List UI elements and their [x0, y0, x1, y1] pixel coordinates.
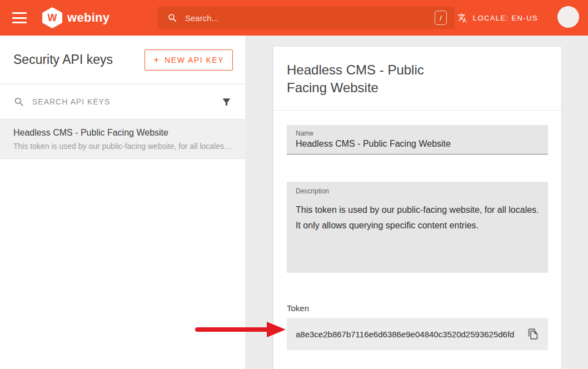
plus-icon: +	[153, 54, 159, 66]
filter-icon[interactable]	[221, 97, 232, 107]
name-field-label: Name	[296, 129, 539, 137]
search-icon	[167, 13, 178, 23]
locale-label: LOCALE: EN-US	[473, 14, 538, 22]
description-textarea[interactable]: This token is used by our public-facing …	[296, 202, 539, 233]
locale-selector[interactable]: LOCALE: EN-US	[457, 0, 538, 36]
copy-token-button[interactable]	[526, 326, 540, 342]
name-input[interactable]	[296, 139, 539, 149]
detail-form: Name Description This token is used by o…	[273, 111, 561, 365]
api-key-list-item[interactable]: Headless CMS - Public Facing Website Thi…	[0, 119, 245, 159]
api-keys-search	[0, 84, 245, 119]
slash-shortcut-badge: /	[435, 11, 447, 25]
translate-icon	[457, 13, 468, 23]
description-field-label: Description	[296, 187, 539, 195]
api-key-item-description: This token is used by our public-facing …	[13, 142, 232, 151]
api-keys-search-input[interactable]	[32, 97, 221, 106]
webiny-logo[interactable]: W webiny	[42, 7, 109, 28]
api-key-item-title: Headless CMS - Public Facing Website	[13, 128, 232, 138]
name-field[interactable]: Name	[287, 125, 548, 154]
webiny-logo-icon: W	[42, 7, 62, 28]
api-keys-panel: Security API keys + NEW API KEY Headless…	[0, 36, 245, 369]
menu-icon[interactable]	[12, 12, 27, 23]
token-label: Token	[287, 303, 548, 313]
panel-header: Security API keys + NEW API KEY	[0, 36, 245, 84]
detail-title: Headless CMS - Public Facing Website	[287, 61, 437, 97]
description-field[interactable]: Description This token is used by our pu…	[287, 182, 548, 273]
copy-icon	[527, 327, 539, 341]
new-api-key-button[interactable]: + NEW API KEY	[144, 49, 233, 71]
user-avatar[interactable]	[557, 6, 579, 28]
token-value: a8e3ce2b867b7116e6d6386e9e04840c3520d259…	[296, 330, 526, 339]
global-search-input[interactable]	[185, 13, 435, 23]
api-key-detail-card: Headless CMS - Public Facing Website Nam…	[273, 47, 561, 369]
search-icon	[13, 96, 25, 108]
detail-header: Headless CMS - Public Facing Website	[273, 47, 561, 111]
global-search[interactable]: /	[158, 7, 455, 29]
top-app-bar: W webiny / LOCALE: EN-US	[0, 0, 588, 36]
token-field: a8e3ce2b867b7116e6d6386e9e04840c3520d259…	[287, 318, 548, 350]
new-api-key-label: NEW API KEY	[165, 56, 224, 64]
brand-name: webiny	[67, 11, 109, 25]
page-title: Security API keys	[13, 52, 113, 67]
